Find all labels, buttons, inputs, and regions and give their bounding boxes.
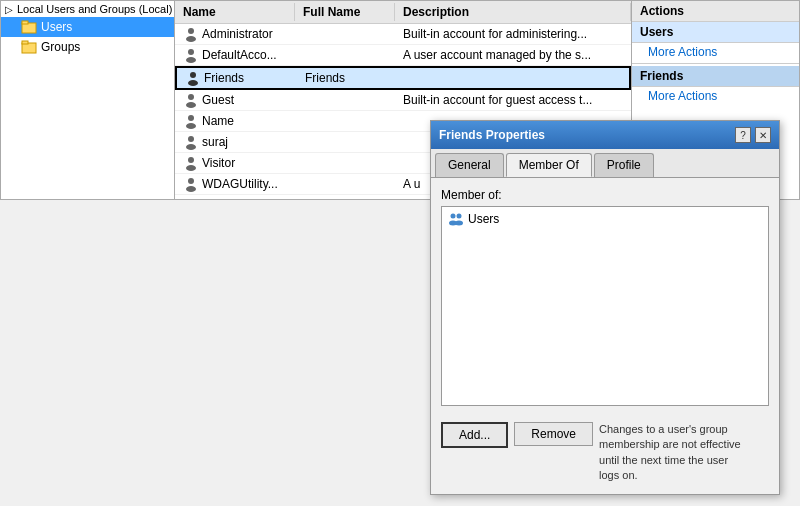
member-name: Users [468,212,499,226]
row-desc: A user account managed by the s... [395,47,631,63]
svg-point-4 [188,28,194,34]
actions-header: Actions [632,1,799,22]
friends-properties-dialog: Friends Properties ? ✕ General Member Of… [430,120,780,495]
header-description[interactable]: Description [395,3,631,21]
tree-item-root[interactable]: ▷ Local Users and Groups (Local) [1,1,174,17]
row-name: WDAGUtility... [202,177,278,191]
dialog-controls: ? ✕ [735,127,771,143]
row-fullname [295,120,395,122]
user-icon [183,113,199,129]
svg-rect-3 [22,41,28,44]
row-fullname [295,183,395,185]
separator [632,63,799,64]
list-row[interactable]: DefaultAcco... A user account managed by… [175,45,631,66]
svg-point-11 [186,102,196,108]
svg-point-23 [455,221,463,226]
row-name: suraj [202,135,228,149]
tree-panel: ▷ Local Users and Groups (Local) Users G… [0,0,175,200]
users-group-icon [448,211,464,227]
row-name: DefaultAcco... [202,48,277,62]
actions-more-users[interactable]: More Actions [632,43,799,61]
row-desc: Built-in account for guest access t... [395,92,631,108]
user-icon [183,176,199,192]
header-name[interactable]: Name [175,3,295,21]
svg-point-20 [451,214,456,219]
header-fullname[interactable]: Full Name [295,3,395,21]
svg-point-22 [457,214,462,219]
row-name: Name [202,114,234,128]
list-row[interactable]: Guest Built-in account for guest access … [175,90,631,111]
close-button[interactable]: ✕ [755,127,771,143]
member-item-users[interactable]: Users [444,209,766,229]
svg-point-9 [188,80,198,86]
svg-point-15 [186,144,196,150]
dialog-titlebar: Friends Properties ? ✕ [431,121,779,149]
svg-point-13 [186,123,196,129]
row-desc [397,77,629,79]
row-name: Visitor [202,156,235,170]
svg-point-14 [188,136,194,142]
svg-point-6 [188,49,194,55]
folder-groups-icon [21,39,37,55]
dialog-footer: Add... Remove Changes to a user's group … [431,416,779,494]
svg-point-12 [188,115,194,121]
remove-button[interactable]: Remove [514,422,593,446]
user-icon [183,155,199,171]
svg-point-19 [186,186,196,192]
svg-point-7 [186,57,196,63]
tree-item-users[interactable]: Users [1,17,174,37]
row-desc: Built-in account for administering... [395,26,631,42]
svg-point-5 [186,36,196,42]
svg-point-17 [186,165,196,171]
list-header: Name Full Name Description [175,1,631,24]
dialog-tabs: General Member Of Profile [431,149,779,178]
tab-memberof[interactable]: Member Of [506,153,592,177]
actions-more-friends[interactable]: More Actions [632,87,799,105]
svg-point-16 [188,157,194,163]
row-fullname [295,141,395,143]
dialog-content: Member of: Users [431,178,779,416]
user-icon [183,47,199,63]
user-icon [183,26,199,42]
row-fullname [295,99,395,101]
svg-point-10 [188,94,194,100]
row-fullname: Friends [297,70,397,86]
tree-item-groups[interactable]: Groups [1,37,174,57]
actions-section-friends: Friends [632,66,799,87]
row-fullname [295,33,395,35]
user-icon [185,70,201,86]
svg-rect-1 [22,21,28,24]
svg-point-18 [188,178,194,184]
dialog-note: Changes to a user's group membership are… [599,422,749,484]
svg-point-8 [190,72,196,78]
folder-users-icon [21,19,37,35]
help-button[interactable]: ? [735,127,751,143]
tree-root-label: Local Users and Groups (Local) [17,3,172,15]
member-list[interactable]: Users [441,206,769,406]
list-row[interactable]: Administrator Built-in account for admin… [175,24,631,45]
tree-groups-label: Groups [41,40,80,54]
row-name: Friends [204,71,244,85]
row-name: Administrator [202,27,273,41]
row-name: Guest [202,93,234,107]
actions-section-users: Users [632,22,799,43]
tab-general[interactable]: General [435,153,504,177]
dialog-title: Friends Properties [439,128,545,142]
user-icon [183,92,199,108]
row-fullname [295,162,395,164]
main-window: ▷ Local Users and Groups (Local) Users G… [0,0,800,506]
tab-profile[interactable]: Profile [594,153,654,177]
tree-users-label: Users [41,20,72,34]
member-of-label: Member of: [441,188,769,202]
user-icon [183,134,199,150]
add-button[interactable]: Add... [441,422,508,448]
list-row-friends[interactable]: Friends Friends [175,66,631,90]
row-fullname [295,54,395,56]
